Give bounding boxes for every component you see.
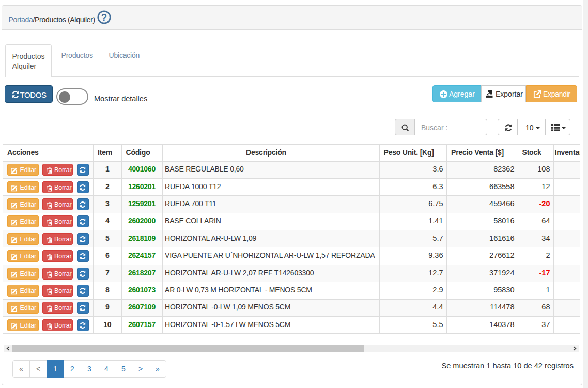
svg-text:?: ?	[101, 12, 107, 23]
